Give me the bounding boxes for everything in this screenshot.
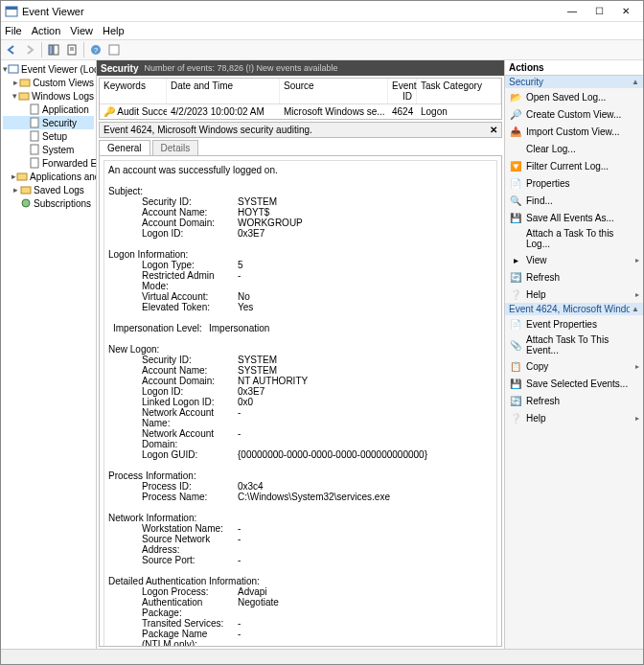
action-label: Save All Events As... [526,213,639,223]
col-datetime[interactable]: Date and Time [167,79,280,103]
kv-key: Logon Process: [108,586,238,597]
section-dauth: Detailed Authentication Information: [108,576,493,586]
action-label: Attach Task To This Event... [526,334,639,355]
tree-root[interactable]: ▾Event Viewer (Local) [3,62,94,76]
action-attach-task-to-this-event[interactable]: 📎Attach Task To This Event... [505,332,643,357]
tree-saved-logs[interactable]: ▸Saved Logs [3,183,94,196]
tab-details[interactable]: Details [152,140,199,155]
close-button[interactable]: ✕ [612,3,639,20]
action-save-selected-events[interactable]: 💾Save Selected Events... [505,375,643,392]
kv-row: Account Domain:WORKGROUP [108,218,493,228]
toolbar-icon[interactable] [105,41,123,58]
action-filter-current-log[interactable]: 🔽Filter Current Log... [505,157,643,174]
kv-key: Authentication Package: [108,597,238,618]
svg-rect-1 [6,7,17,10]
col-task[interactable]: Task Category [417,79,501,103]
tree-custom-views[interactable]: ▸Custom Views [3,76,94,89]
tree-app-services[interactable]: ▸Applications and Services Lo [3,170,94,183]
kv-key: Account Name: [108,207,238,218]
kv-key: Process ID: [108,481,238,492]
kv-val: SYSTEM [238,365,493,376]
center-pane: Security Number of events: 78,826 (!) Ne… [97,60,505,649]
help-button[interactable]: ? [87,41,104,58]
svg-rect-17 [31,158,38,168]
forward-button[interactable] [21,41,38,58]
action-event-properties[interactable]: 📄Event Properties [505,315,643,332]
kv-val: HOYT$ [238,207,493,218]
tree-subscriptions[interactable]: Subscriptions [3,196,94,210]
cell: Audit Success [117,106,167,117]
minimize-button[interactable]: — [559,3,586,20]
imp-v: Impersonation [209,323,493,333]
kv-row: Logon ID:0x3E7 [108,386,493,397]
submenu-icon: ▸ [635,414,639,423]
event-detail-title: Event 4624, Microsoft Windows security a… [99,122,502,138]
kv-val: Advapi [238,586,493,597]
action-label: Open Saved Log... [526,92,639,103]
kv-row: Source Port:- [108,555,493,565]
kv-key: Network Account Domain: [108,428,238,449]
kv-key: Security ID: [108,196,238,207]
action-clear-log[interactable]: Clear Log... [505,140,643,157]
action-help[interactable]: ❔Help▸ [505,409,643,426]
action-help[interactable]: ❔Help▸ [505,286,643,303]
tree-setup[interactable]: Setup [3,129,94,143]
tree-forwarded[interactable]: Forwarded Events [3,156,94,170]
tree-label: Custom Views [33,78,94,88]
kv-val: - [238,618,493,629]
collapse-icon[interactable]: ▲ [632,305,639,313]
actions-group-security[interactable]: Security▲ [505,76,643,88]
actions-group-event[interactable]: Event 4624, Microsoft Windows security a… [505,303,643,315]
kv-key: Account Domain: [108,376,238,386]
action-properties[interactable]: 📄Properties [505,174,643,192]
menu-action[interactable]: Action [32,25,61,36]
show-tree-button[interactable] [45,41,62,58]
action-copy[interactable]: 📋Copy▸ [505,357,643,375]
tree-system[interactable]: System [3,143,94,156]
action-attach-a-task-to-this-log[interactable]: Attach a Task To this Log... [505,226,643,251]
action-icon: 📄 [509,176,522,190]
action-icon: 📋 [509,359,522,373]
imp-k: Impersonation Level: [108,323,209,333]
tab-general[interactable]: General [99,140,150,155]
action-icon [509,232,522,245]
tree-application[interactable]: Application [3,103,94,116]
action-refresh[interactable]: 🔄Refresh [505,268,643,286]
kv-key: Transited Services: [108,618,238,629]
col-eventid[interactable]: Event ID [388,79,417,103]
menu-view[interactable]: View [70,25,93,36]
col-source[interactable]: Source [280,79,388,103]
navigation-tree[interactable]: ▾Event Viewer (Local) ▸Custom Views ▾Win… [1,60,97,649]
grid-header[interactable]: Keywords Date and Time Source Event ID T… [100,79,501,104]
kv-row: Account Domain:NT AUTHORITY [108,376,493,386]
close-detail-button[interactable]: ✕ [490,125,497,135]
kv-row: Logon ID:0x3E7 [108,228,493,239]
action-save-all-events-as[interactable]: 💾Save All Events As... [505,209,643,226]
kv-row: Network Account Domain:- [108,428,493,449]
kv-row: Authentication Package:Negotiate [108,597,493,618]
kv-row: Package Name (NTLM only):- [108,629,493,647]
grid-row[interactable]: 🔑 Audit Success 4/2/2023 10:00:02 AM Mic… [100,104,501,119]
action-create-custom-view[interactable]: 🔎Create Custom View... [505,105,643,123]
action-import-custom-view[interactable]: 📥Import Custom View... [505,123,643,140]
action-open-saved-log[interactable]: 📂Open Saved Log... [505,88,643,105]
tree-security[interactable]: Security [3,116,94,129]
menu-help[interactable]: Help [103,25,125,36]
properties-button[interactable] [63,41,80,58]
kv-val: C:\Windows\System32\services.exe [238,492,493,502]
detail-body[interactable]: An account was successfully logged on. S… [99,155,502,647]
action-view[interactable]: ▸View▸ [505,251,643,268]
action-icon: ❔ [509,287,522,301]
collapse-icon[interactable]: ▲ [632,78,639,86]
menu-file[interactable]: File [5,25,22,36]
kv-row: Network Account Name:- [108,407,493,428]
tree-windows-logs[interactable]: ▾Windows Logs [3,89,94,103]
event-grid[interactable]: Keywords Date and Time Source Event ID T… [99,78,502,120]
action-refresh[interactable]: 🔄Refresh [505,392,643,409]
col-keywords[interactable]: Keywords [100,79,167,103]
app-icon [5,5,18,18]
detail-tabs: General Details [99,140,502,155]
back-button[interactable] [3,41,20,58]
action-find[interactable]: 🔍Find... [505,192,643,209]
maximize-button[interactable]: ☐ [586,3,612,20]
